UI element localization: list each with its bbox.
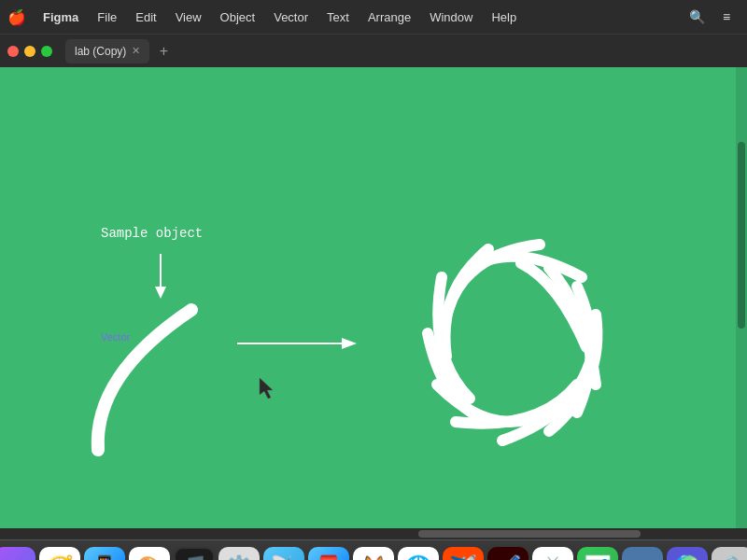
tab-close-button[interactable]: ✕	[132, 45, 140, 57]
scrollbar-thumb-right[interactable]	[738, 142, 745, 329]
dock-music[interactable]: 🎵	[174, 547, 215, 561]
window-controls	[7, 46, 52, 57]
svg-marker-3	[342, 338, 357, 349]
figma-menu[interactable]: Figma	[34, 0, 88, 34]
dock-mail[interactable]: 📮	[308, 547, 349, 561]
search-icon[interactable]: 🔍	[684, 4, 710, 30]
dock-safari[interactable]: 🧭	[39, 547, 80, 561]
scrollbar-bottom[interactable]	[0, 528, 747, 539]
dock-appstore[interactable]: 📱	[84, 547, 125, 561]
cursor-icon	[260, 378, 276, 403]
object-menu[interactable]: Object	[211, 0, 265, 34]
scrollbar-thumb-bottom[interactable]	[418, 530, 641, 538]
arrow-right-icon	[237, 334, 368, 357]
dock-numbers[interactable]: 📊	[577, 547, 618, 561]
vector-arc	[89, 301, 238, 459]
sample-object-label: Sample object	[101, 226, 203, 241]
tabbar: lab (Copy) ✕ +	[0, 34, 747, 67]
file-menu[interactable]: File	[88, 0, 126, 34]
minimize-button[interactable]	[24, 46, 35, 57]
dock-app16[interactable]: 🌍	[667, 547, 708, 561]
menu-icon[interactable]: ≡	[713, 4, 740, 30]
edit-menu[interactable]: Edit	[126, 0, 165, 34]
new-tab-button[interactable]: +	[153, 41, 174, 62]
menubar-right: 🔍 ≡	[684, 4, 747, 30]
arrow-down-icon	[151, 254, 170, 304]
spiral-shape	[390, 203, 652, 473]
apple-logo[interactable]: 🍎	[0, 0, 34, 34]
dock-chrome[interactable]: 🌐	[398, 547, 439, 561]
active-tab[interactable]: lab (Copy) ✕	[65, 39, 149, 63]
maximize-button[interactable]	[41, 46, 52, 57]
dock-siri[interactable]: 🪐	[0, 547, 35, 561]
dock-illustrator[interactable]: 🖊️	[487, 547, 529, 561]
dock-firefox[interactable]: 🦊	[353, 547, 394, 561]
canvas: Sample object Vector	[0, 67, 747, 528]
window-menu[interactable]: Window	[420, 0, 482, 34]
dock-preview[interactable]: 📺	[532, 547, 573, 561]
help-menu[interactable]: Help	[482, 0, 526, 34]
view-menu[interactable]: View	[166, 0, 211, 34]
scrollbar-right[interactable]	[736, 67, 747, 528]
text-menu[interactable]: Text	[317, 0, 359, 34]
close-button[interactable]	[7, 46, 19, 57]
svg-marker-4	[260, 378, 273, 399]
dock-adobe[interactable]: ✈️	[443, 547, 484, 561]
dock-keychain[interactable]: 🔒	[712, 547, 747, 561]
menubar: 🍎 Figma File Edit View Object Vector Tex…	[0, 0, 747, 34]
dock-sysprefs[interactable]: ⚙️	[218, 547, 260, 561]
vector-menu[interactable]: Vector	[264, 0, 317, 34]
dock-figma[interactable]: 🎨	[129, 547, 170, 561]
dock-telegram[interactable]: 📡	[263, 547, 304, 561]
svg-marker-1	[155, 287, 166, 299]
tab-label: lab (Copy)	[75, 45, 126, 58]
dock: 🔍 🪐 🧭 📱 🎨 🎵 ⚙️ 📡 📮 🦊 🌐 ✈️ 🖊️ 📺 📊 VK 🌍 🔒 …	[0, 539, 747, 560]
dock-vk[interactable]: VK	[622, 547, 663, 561]
arrange-menu[interactable]: Arrange	[359, 0, 420, 34]
menubar-left: 🍎 Figma File Edit View Object Vector Tex…	[0, 0, 526, 34]
